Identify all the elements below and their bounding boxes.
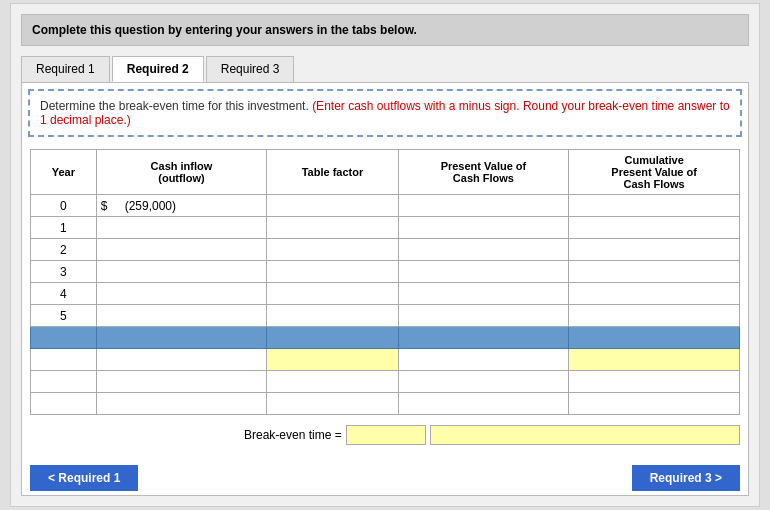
- table-factor-cell-5[interactable]: [267, 305, 398, 327]
- year-cell: 5: [31, 305, 97, 327]
- cash-cell-1[interactable]: [96, 217, 267, 239]
- table-row: 0 $ (259,000): [31, 195, 740, 217]
- table-factor-input-4[interactable]: [271, 288, 393, 300]
- summary-cum-input-1[interactable]: [573, 354, 735, 366]
- pv-input-5[interactable]: [403, 310, 565, 322]
- cum-cell-3[interactable]: [569, 261, 740, 283]
- pv-cell-4[interactable]: [398, 283, 569, 305]
- pv-cell-0[interactable]: [398, 195, 569, 217]
- summary-table-input-3[interactable]: [271, 398, 393, 410]
- cash-input-4[interactable]: [101, 288, 263, 300]
- table-row: 4: [31, 283, 740, 305]
- tabs-container: Required 1 Required 2 Required 3: [21, 56, 749, 82]
- pv-cell-2[interactable]: [398, 239, 569, 261]
- cash-cell-2[interactable]: [96, 239, 267, 261]
- header-table-factor: Table factor: [267, 150, 398, 195]
- pv-cell-3[interactable]: [398, 261, 569, 283]
- content-area: Determine the break-even time for this i…: [21, 82, 749, 496]
- cash-input-2[interactable]: [101, 244, 263, 256]
- summary-pv-input-1[interactable]: [403, 354, 565, 366]
- year-cell: 2: [31, 239, 97, 261]
- table-row: 3: [31, 261, 740, 283]
- summary-table-1[interactable]: [267, 349, 398, 371]
- pv-input-3[interactable]: [403, 266, 565, 278]
- cum-input-5[interactable]: [573, 310, 735, 322]
- tab-required3[interactable]: Required 3: [206, 56, 295, 82]
- cum-input-1[interactable]: [573, 222, 735, 234]
- pv-input-4[interactable]: [403, 288, 565, 300]
- main-container: Complete this question by entering your …: [10, 3, 760, 507]
- instruction-text: Complete this question by entering your …: [32, 23, 417, 37]
- pv-input-1[interactable]: [403, 222, 565, 234]
- cum-input-2[interactable]: [573, 244, 735, 256]
- table-row: 1: [31, 217, 740, 239]
- break-even-label: Break-even time =: [244, 428, 342, 442]
- pv-input-2[interactable]: [403, 244, 565, 256]
- year-cell: 4: [31, 283, 97, 305]
- tab-required1[interactable]: Required 1: [21, 56, 110, 82]
- instruction-bar: Complete this question by entering your …: [21, 14, 749, 46]
- question-instruction: Determine the break-even time for this i…: [28, 89, 742, 137]
- cash-cell-3[interactable]: [96, 261, 267, 283]
- cum-input-3[interactable]: [573, 266, 735, 278]
- cum-input-4[interactable]: [573, 288, 735, 300]
- table-factor-cell-3[interactable]: [267, 261, 398, 283]
- year-cell: 0: [31, 195, 97, 217]
- table-factor-cell-4[interactable]: [267, 283, 398, 305]
- header-pv: Present Value ofCash Flows: [398, 150, 569, 195]
- break-even-spacer: [430, 425, 740, 445]
- break-even-input[interactable]: [346, 425, 426, 445]
- break-even-section: Break-even time =: [22, 421, 748, 451]
- tab-required2[interactable]: Required 2: [112, 56, 204, 82]
- cum-cell-0[interactable]: [569, 195, 740, 217]
- summary-cum-1[interactable]: [569, 349, 740, 371]
- summary-row-3: [31, 393, 740, 415]
- cum-cell-1[interactable]: [569, 217, 740, 239]
- table-factor-input-2[interactable]: [271, 244, 393, 256]
- cum-input-0[interactable]: [573, 200, 735, 212]
- cash-cell-4[interactable]: [96, 283, 267, 305]
- header-cash: Cash inflow(outflow): [96, 150, 267, 195]
- pv-cell-1[interactable]: [398, 217, 569, 239]
- cash-input-3[interactable]: [101, 266, 263, 278]
- data-table: Year Cash inflow(outflow) Table factor P…: [30, 149, 740, 415]
- cash-cell-0: $ (259,000): [96, 195, 267, 217]
- table-factor-cell-1[interactable]: [267, 217, 398, 239]
- header-year: Year: [31, 150, 97, 195]
- cum-cell-5[interactable]: [569, 305, 740, 327]
- summary-table-input-1[interactable]: [271, 354, 393, 366]
- cum-cell-2[interactable]: [569, 239, 740, 261]
- table-factor-input-1[interactable]: [271, 222, 393, 234]
- cash-cell-5[interactable]: [96, 305, 267, 327]
- table-factor-cell-0[interactable]: [267, 195, 398, 217]
- table-row: 5: [31, 305, 740, 327]
- year-cell: 1: [31, 217, 97, 239]
- table-factor-input-5[interactable]: [271, 310, 393, 322]
- cum-cell-4[interactable]: [569, 283, 740, 305]
- table-section: Year Cash inflow(outflow) Table factor P…: [22, 143, 748, 421]
- next-button[interactable]: Required 3 >: [632, 465, 740, 491]
- cash-input-5[interactable]: [101, 310, 263, 322]
- summary-row-1: [31, 349, 740, 371]
- pv-input-0[interactable]: [403, 200, 565, 212]
- footer-nav: < Required 1 Required 3 >: [22, 457, 748, 495]
- prev-button[interactable]: < Required 1: [30, 465, 138, 491]
- year-cell: 3: [31, 261, 97, 283]
- summary-row-2: [31, 371, 740, 393]
- summary-pv-1[interactable]: [398, 349, 569, 371]
- summary-table-3[interactable]: [267, 393, 398, 415]
- pv-cell-5[interactable]: [398, 305, 569, 327]
- highlight-row: [31, 327, 740, 349]
- table-row: 2: [31, 239, 740, 261]
- cash-input-1[interactable]: [101, 222, 263, 234]
- table-factor-input-3[interactable]: [271, 266, 393, 278]
- table-factor-cell-2[interactable]: [267, 239, 398, 261]
- header-cum: CumulativePresent Value ofCash Flows: [569, 150, 740, 195]
- question-static-text: Determine the break-even time for this i…: [40, 99, 312, 113]
- table-factor-input-0[interactable]: [271, 200, 393, 212]
